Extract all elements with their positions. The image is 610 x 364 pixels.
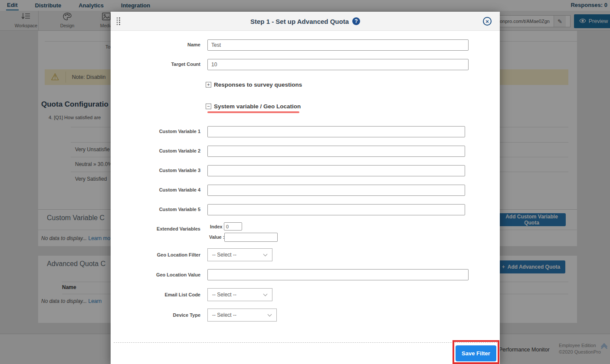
chevron-down-icon: [268, 312, 272, 317]
save-filter-button[interactable]: Save Filter: [456, 345, 496, 361]
custom-variable-3-label: Custom Variable 3: [111, 168, 200, 173]
device-type-select[interactable]: -- Select --: [207, 309, 277, 322]
target-count-input[interactable]: [207, 59, 469, 70]
select-value: -- Select --: [212, 312, 236, 318]
extended-variables-label: Extended Variables: [111, 226, 200, 231]
name-label: Name: [111, 42, 200, 47]
custom-variable-3-input[interactable]: [207, 165, 465, 176]
advanced-quota-modal: Step 1 - Set up Advanced Quota ? × Name …: [111, 12, 500, 364]
geo-location-value-label: Geo Location Value: [111, 272, 200, 277]
chevron-down-icon: [263, 252, 268, 257]
modal-header: Step 1 - Set up Advanced Quota ? ×: [111, 12, 500, 31]
geo-location-filter-label: Geo Location Filter: [111, 252, 200, 257]
index-label: Index :: [210, 224, 225, 229]
device-type-label: Device Type: [111, 312, 200, 318]
red-underline-annotation: [207, 111, 299, 113]
responses-section-toggle[interactable]: Responses to survey questions: [206, 81, 302, 88]
modal-title: Step 1 - Set up Advanced Quota: [250, 18, 349, 25]
chevron-down-icon: [263, 292, 268, 296]
custom-variable-1-input[interactable]: [207, 126, 465, 137]
target-count-label: Target Count: [111, 62, 200, 67]
index-input[interactable]: [224, 222, 242, 231]
collapse-icon: [206, 104, 211, 109]
custom-variable-4-input[interactable]: [207, 185, 465, 196]
custom-variable-2-input[interactable]: [207, 146, 465, 157]
geo-location-value-input[interactable]: [207, 269, 469, 280]
custom-variable-1-label: Custom Variable 1: [111, 129, 200, 134]
help-icon[interactable]: ?: [352, 17, 360, 25]
system-variable-section-toggle[interactable]: System variable / Geo Location: [206, 103, 301, 110]
custom-variable-5-input[interactable]: [207, 204, 465, 215]
custom-variable-2-label: Custom Variable 2: [111, 148, 200, 153]
value-input[interactable]: [224, 233, 278, 242]
email-list-code-label: Email List Code: [111, 292, 200, 297]
email-list-code-select[interactable]: -- Select --: [207, 288, 272, 301]
custom-variable-5-label: Custom Variable 5: [111, 207, 200, 212]
geo-location-filter-select[interactable]: -- Select --: [207, 248, 272, 261]
system-variable-section-label: System variable / Geo Location: [214, 103, 301, 110]
close-icon[interactable]: ×: [483, 17, 492, 26]
select-value: -- Select --: [212, 252, 236, 258]
custom-variable-4-label: Custom Variable 4: [111, 187, 200, 192]
select-value: -- Select --: [212, 292, 236, 298]
expand-icon: [206, 82, 211, 88]
responses-section-label: Responses to survey questions: [214, 81, 302, 88]
footer-separator: [114, 342, 497, 343]
value-label: Value :: [209, 234, 224, 240]
name-input[interactable]: [207, 39, 469, 51]
